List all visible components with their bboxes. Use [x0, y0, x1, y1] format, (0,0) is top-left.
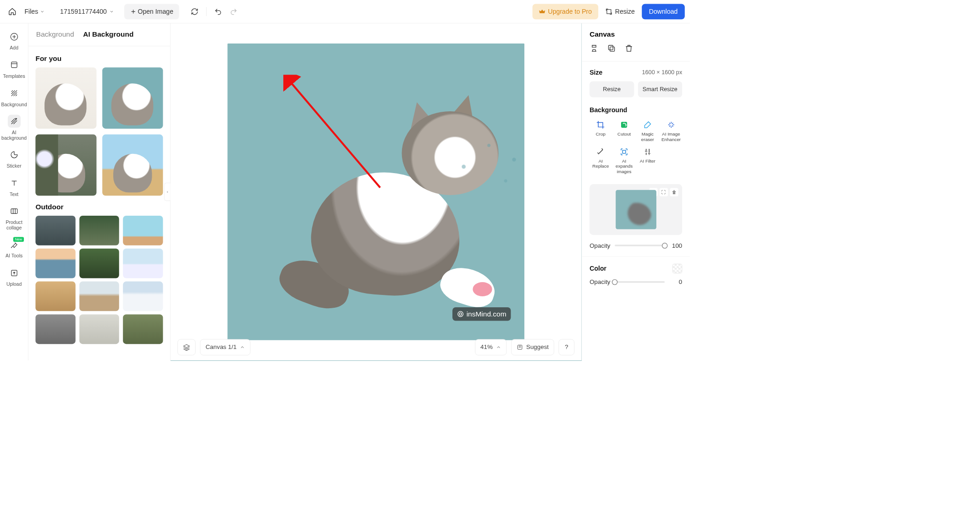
- enhancer-icon: [666, 120, 676, 130]
- duplicate-icon[interactable]: [607, 44, 617, 54]
- background-label: Background: [589, 106, 627, 114]
- layers-button[interactable]: [177, 339, 195, 355]
- tool-ai-filter[interactable]: AI Filter: [637, 146, 659, 176]
- tool-enhancer[interactable]: AI Image Enhancer: [660, 119, 682, 143]
- foryou-thumb-4[interactable]: [102, 135, 163, 196]
- download-button[interactable]: Download: [642, 4, 685, 19]
- rail-product-collage[interactable]: Product collage: [1, 202, 27, 234]
- foryou-thumb-3[interactable]: [35, 135, 96, 196]
- background-tools: Crop Cutout Magic eraser AI Image Enhanc…: [589, 119, 682, 176]
- size-label: Size: [589, 69, 602, 76]
- canvas-image[interactable]: insMind.com: [227, 44, 524, 340]
- rail-background[interactable]: Background: [1, 83, 27, 111]
- tool-cutout[interactable]: Cutout: [613, 119, 635, 143]
- chevron-up-icon: [496, 345, 501, 350]
- rail-sticker[interactable]: Sticker: [1, 145, 27, 173]
- panel-scroll: For you Outdoor: [28, 46, 170, 360]
- opacity-slider-row: Opacity 100: [589, 242, 682, 249]
- delete-icon[interactable]: [624, 44, 634, 54]
- svg-rect-2: [11, 62, 17, 68]
- top-bar: Files 1715911774400 Open Image Upgrade t…: [0, 0, 690, 23]
- rail-templates[interactable]: Templates: [1, 55, 27, 83]
- outdoor-thumb[interactable]: [79, 282, 119, 311]
- suggest-button[interactable]: Suggest: [511, 339, 554, 355]
- svg-point-6: [459, 313, 462, 315]
- outdoor-thumb[interactable]: [79, 216, 119, 245]
- help-button[interactable]: ?: [559, 339, 574, 355]
- tool-crop[interactable]: Crop: [589, 119, 611, 143]
- svg-rect-3: [11, 209, 17, 214]
- eraser-icon: [643, 120, 652, 130]
- bottom-bar: Canvas 1/1 41% Suggest ?: [177, 339, 574, 355]
- wand-icon: [596, 147, 606, 156]
- resize-canvas-button[interactable]: Resize: [589, 81, 634, 97]
- tool-ai-expand[interactable]: AI expands images: [613, 146, 635, 176]
- canvas-area[interactable]: insMind.com Canvas 1/1 41% Suggest ?: [171, 23, 582, 360]
- open-image-button[interactable]: Open Image: [124, 4, 179, 19]
- rail-ai-tools[interactable]: NewAI Tools: [1, 235, 27, 262]
- bg-preview[interactable]: [616, 190, 656, 229]
- smart-resize-button[interactable]: Smart Resize: [638, 81, 682, 97]
- sync-icon[interactable]: [187, 5, 202, 19]
- outdoor-thumb[interactable]: [123, 249, 163, 278]
- project-name[interactable]: 1715911774400: [56, 8, 118, 15]
- color-opacity-slider[interactable]: [615, 281, 665, 283]
- rail-text[interactable]: Text: [1, 173, 27, 201]
- delete-bg-button[interactable]: 🗑: [670, 188, 678, 196]
- cutout-icon: [620, 120, 629, 130]
- section-outdoor: Outdoor: [35, 203, 163, 211]
- color-label: Color: [589, 265, 606, 272]
- collapse-panel-button[interactable]: ‹: [164, 183, 171, 201]
- upload-icon: [8, 267, 21, 279]
- chevron-down-icon: [40, 9, 44, 14]
- outdoor-thumb[interactable]: [35, 282, 75, 311]
- zoom-control[interactable]: 41%: [475, 339, 507, 355]
- logo-icon: [457, 310, 464, 317]
- plus-icon: [130, 8, 137, 15]
- files-menu[interactable]: Files: [21, 5, 49, 19]
- outdoor-thumb[interactable]: [79, 249, 119, 278]
- right-panel: Canvas Size1600 × 1600 px Resize Smart R…: [582, 23, 690, 360]
- tab-ai-background[interactable]: AI Background: [83, 30, 133, 38]
- section-for-you: For you: [35, 54, 163, 63]
- redo-icon[interactable]: [226, 5, 241, 19]
- expand-button[interactable]: ⛶: [660, 188, 668, 196]
- resize-button[interactable]: Resize: [600, 4, 641, 19]
- sticker-icon: [8, 148, 21, 161]
- outdoor-thumb[interactable]: [123, 314, 163, 344]
- rail-ai-background[interactable]: AI background: [1, 111, 27, 144]
- rail-add[interactable]: Add: [1, 27, 27, 54]
- cat-illustration: [266, 89, 486, 315]
- bg-preview-box: ⤢⛶🗑: [589, 184, 682, 235]
- color-opacity-label: Opacity: [589, 278, 610, 285]
- rail-upload[interactable]: Upload: [1, 263, 27, 291]
- suggest-icon: [517, 344, 523, 350]
- panel-tabs: Background AI Background: [28, 23, 170, 46]
- outdoor-thumb[interactable]: [35, 216, 75, 245]
- app-body: Add Templates Background AI background S…: [0, 23, 690, 360]
- foryou-thumb-2[interactable]: [102, 67, 163, 129]
- outdoor-thumb[interactable]: [35, 249, 75, 278]
- home-icon[interactable]: [5, 5, 19, 19]
- canvas-pager[interactable]: Canvas 1/1: [200, 339, 250, 355]
- color-swatch[interactable]: [672, 264, 682, 273]
- tab-background[interactable]: Background: [36, 30, 74, 38]
- chevron-down-icon: [110, 9, 114, 14]
- new-badge: New: [13, 237, 24, 242]
- undo-icon[interactable]: [211, 5, 225, 19]
- flip-icon[interactable]: [589, 44, 599, 54]
- outdoor-thumb[interactable]: [123, 216, 163, 245]
- opacity-label: Opacity: [589, 242, 610, 249]
- outdoor-thumb[interactable]: [79, 314, 119, 344]
- outdoor-thumb[interactable]: [123, 282, 163, 311]
- size-value: 1600 × 1600 px: [642, 69, 683, 76]
- tool-ai-replace[interactable]: AI Replace: [589, 146, 611, 176]
- tool-magic-eraser[interactable]: Magic eraser: [637, 119, 659, 143]
- templates-icon: [8, 59, 21, 71]
- foryou-thumb-1[interactable]: [35, 67, 96, 129]
- plus-circle-icon: [8, 30, 21, 43]
- outdoor-thumb[interactable]: [35, 314, 75, 344]
- svg-point-5: [457, 311, 463, 317]
- opacity-slider[interactable]: [615, 245, 665, 247]
- upgrade-button[interactable]: Upgrade to Pro: [533, 4, 598, 19]
